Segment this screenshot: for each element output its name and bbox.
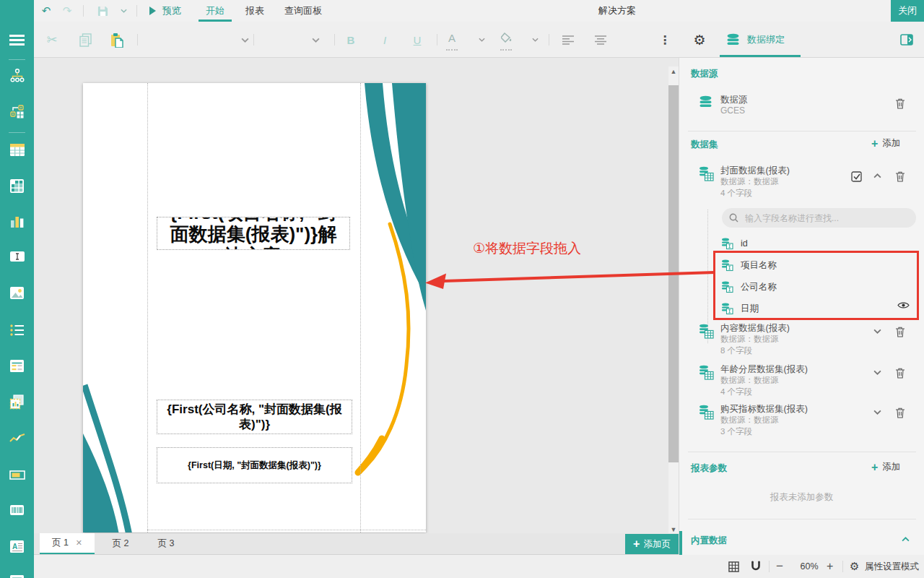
close-tab-icon[interactable]: ✕ <box>76 538 82 548</box>
zoom-level: 60% <box>796 555 822 578</box>
chart-icon[interactable] <box>0 211 34 231</box>
dataset-name[interactable]: 封面数据集(报表) <box>720 165 790 177</box>
image-icon[interactable] <box>0 282 34 303</box>
datasource-name[interactable]: 数据源 <box>720 94 748 106</box>
add-dataset-button[interactable]: + 添加 <box>871 137 900 150</box>
bold-button[interactable]: B <box>342 22 359 58</box>
delete-dataset-icon[interactable] <box>895 407 905 418</box>
collapse-dataset-chevron-icon[interactable] <box>873 173 881 178</box>
layout-guide <box>147 83 148 532</box>
design-canvas[interactable]: {First(项目名称, "封 面数据集(报表)")}解 决方案 {First(… <box>34 58 679 533</box>
solution-title: 解决方案 <box>596 0 639 22</box>
page-tab-1[interactable]: 页 1 ✕ <box>40 533 95 554</box>
visibility-eye-icon[interactable] <box>897 301 910 309</box>
field-row-project-name[interactable]: 项目名称 <box>721 254 777 276</box>
grid-toggle-icon[interactable] <box>728 555 739 578</box>
property-mode-label[interactable]: 属性设置模式 <box>865 555 919 578</box>
top-menubar: ↶ ↷ 预览 开始 报表 查询面板 解决方案 关闭 <box>34 0 924 22</box>
scrollbar-thumb[interactable] <box>668 85 679 462</box>
page-tab-3[interactable]: 页 3 <box>144 533 188 554</box>
expand-dataset-chevron-icon[interactable] <box>873 370 881 375</box>
save-icon[interactable] <box>95 0 110 22</box>
banded-list-icon[interactable] <box>0 355 34 376</box>
align-center-icon[interactable] <box>593 22 609 58</box>
page-tabstrip: 页 1 ✕ 页 2 页 3 + 添加页 <box>34 533 679 555</box>
subreport-icon[interactable] <box>0 392 34 412</box>
add-page-button[interactable]: + 添加页 <box>625 534 679 554</box>
date-textbox[interactable]: {First(日期, "封面数据集(报表)")} <box>157 447 352 483</box>
save-dropdown-chevron-icon[interactable] <box>116 0 131 22</box>
field-search-box[interactable] <box>722 208 916 228</box>
field-row-date[interactable]: 日期 <box>721 298 759 319</box>
mode-gear-icon[interactable]: ⚙ <box>850 555 859 578</box>
overflow-menu-icon[interactable]: ⋮ <box>656 22 674 58</box>
field-row-id[interactable]: id <box>721 233 748 254</box>
font-family-select[interactable] <box>144 22 249 58</box>
company-textbox[interactable]: {First(公司名称, "封面数据集(报 表)")} <box>157 400 352 434</box>
company-line: {First(公司名称, "封面数据集(报 <box>157 402 352 417</box>
data-binding-database-icon[interactable] <box>724 22 741 58</box>
close-button[interactable]: 关闭 <box>891 0 924 22</box>
hierarchy-icon[interactable] <box>0 66 34 86</box>
tab-query-panel[interactable]: 查询面板 <box>281 0 326 22</box>
edit-dataset-icon[interactable] <box>851 171 862 182</box>
progressbar-icon[interactable] <box>0 465 34 485</box>
collapse-panel-icon[interactable] <box>897 22 916 58</box>
play-icon[interactable] <box>146 0 159 22</box>
delete-dataset-icon[interactable] <box>895 327 905 337</box>
copy-icon[interactable] <box>76 22 95 58</box>
expand-dataset-chevron-icon[interactable] <box>873 329 881 334</box>
fill-color-chevron-icon[interactable] <box>528 22 542 58</box>
redo-icon[interactable]: ↷ <box>58 0 76 22</box>
sparkline-icon[interactable] <box>0 428 34 449</box>
scroll-down-icon[interactable]: ▼ <box>668 526 679 533</box>
report-page[interactable]: {First(项目名称, "封 面数据集(报表)")}解 决方案 {First(… <box>83 83 426 532</box>
richtext-icon[interactable]: A <box>0 536 34 556</box>
scroll-up-icon[interactable]: ▲ <box>668 68 679 75</box>
dataset-name[interactable]: 年龄分层数据集(报表) <box>720 363 808 376</box>
delete-dataset-icon[interactable] <box>895 368 905 379</box>
tab-data-binding[interactable]: 数据绑定 <box>744 22 788 58</box>
section-accent-bar <box>679 531 682 555</box>
tab-home[interactable]: 开始 <box>202 0 228 22</box>
dataset-name[interactable]: 购买指标数据集(报表) <box>720 403 808 415</box>
list-icon[interactable] <box>0 320 34 340</box>
settings-gear-icon[interactable]: ⚙ <box>689 22 710 58</box>
italic-button[interactable]: I <box>376 22 393 58</box>
barcode-icon[interactable] <box>0 500 34 520</box>
font-color-chevron-icon[interactable] <box>474 22 489 58</box>
title-textbox[interactable]: {First(项目名称, "封 面数据集(报表)")}解 决方案 <box>157 217 350 250</box>
collapse-builtin-chevron-icon[interactable] <box>902 537 910 542</box>
textbox-icon[interactable] <box>0 246 34 267</box>
field-icon <box>721 238 733 250</box>
page-tab-2[interactable]: 页 2 <box>99 533 142 554</box>
clipped-toolbox-icon[interactable] <box>0 571 34 578</box>
menu-icon[interactable] <box>0 30 34 50</box>
dataset-name[interactable]: 内容数据集(报表) <box>720 322 790 335</box>
matrix-icon[interactable] <box>0 176 34 196</box>
field-search-input[interactable] <box>744 212 909 224</box>
zoom-in-button[interactable]: + <box>827 555 833 578</box>
cut-icon[interactable]: ✂ <box>43 22 61 58</box>
group-layout-icon[interactable] <box>0 102 34 122</box>
field-row-company-name[interactable]: 公司名称 <box>721 276 777 298</box>
font-size-select[interactable] <box>261 22 320 58</box>
delete-datasource-icon[interactable] <box>895 98 905 109</box>
table-icon[interactable] <box>0 139 34 160</box>
canvas-vertical-scrollbar[interactable]: ▲ ▼ <box>668 66 679 533</box>
divider <box>136 5 137 17</box>
builtin-data-section-header[interactable]: 内置数据 <box>691 535 727 547</box>
tab-report[interactable]: 报表 <box>242 0 268 22</box>
undo-icon[interactable]: ↶ <box>38 0 55 22</box>
paste-icon[interactable] <box>108 22 126 58</box>
align-left-icon[interactable] <box>560 22 576 58</box>
snap-magnet-icon[interactable] <box>750 555 762 578</box>
preview-button[interactable]: 预览 <box>160 0 184 22</box>
delete-dataset-icon[interactable] <box>895 171 905 182</box>
field-icon <box>721 281 733 293</box>
expand-dataset-chevron-icon[interactable] <box>873 410 881 415</box>
underline-button[interactable]: U <box>409 22 426 58</box>
zoom-out-button[interactable]: − <box>776 555 783 578</box>
dataset-source: 数据源：数据源 <box>720 375 779 386</box>
add-parameter-button[interactable]: + 添加 <box>871 461 900 473</box>
